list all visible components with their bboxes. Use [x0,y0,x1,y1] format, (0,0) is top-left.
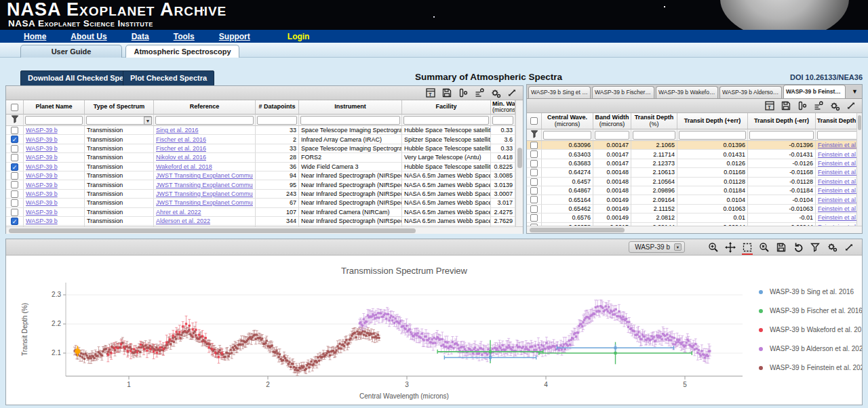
row-checkbox[interactable] [11,172,18,180]
reference-link[interactable]: Nikolov et al. 2016 [156,154,206,161]
tab-atmospheric-spectroscopy[interactable]: Atmospheric Spectroscopy [125,45,239,58]
reference-link[interactable]: Sing et al. 2016 [156,127,199,134]
reference-link[interactable]: Feinstein et al. 2022 [818,197,857,203]
nav-item-home[interactable]: Home [24,32,46,41]
row-checkbox[interactable] [530,196,538,203]
pan-icon[interactable] [724,241,736,253]
row-checkbox[interactable] [530,169,538,176]
row-checkbox[interactable] [11,145,18,152]
gears-icon[interactable] [490,87,501,98]
planet-link[interactable]: WASP-39 b [26,182,58,188]
nav-item-about-us[interactable]: About Us [71,32,106,41]
checkbox-cell[interactable] [6,180,24,189]
planet-link[interactable]: WASP-39 b [26,127,58,134]
filter-input[interactable] [817,131,857,140]
row-checkbox[interactable] [530,142,538,149]
table-text-icon[interactable]: T [764,100,775,111]
reference-link[interactable]: Feinstein et al. 2022 [818,142,857,148]
checkbox-cell[interactable] [527,150,542,159]
checkbox-cell[interactable] [6,126,24,135]
tab-overflow-icon[interactable]: ▼ [852,88,858,95]
nav-item-data[interactable]: Data [132,32,149,41]
filter-dropdown-icon[interactable]: ▼ [144,117,152,125]
spectrum-tab-0[interactable]: WASP-39 b Sing et al. ... [528,86,591,98]
spectrum-tab-2[interactable]: WASP-39 b Wakeford ... [656,86,718,98]
right-table-vertical-scrollbar[interactable] [856,113,862,226]
filter-input[interactable] [257,116,297,125]
row-checkbox[interactable] [11,190,18,198]
sort-info-icon[interactable] [813,100,824,111]
row-checkbox[interactable] [11,181,18,188]
right-table-horizontal-scrollbar[interactable] [527,226,862,233]
filter-input[interactable] [492,116,513,125]
checkbox-cell[interactable] [527,178,542,186]
filter-input[interactable] [749,131,814,140]
checkbox-cell[interactable] [527,141,542,150]
checkbox-cell[interactable] [527,159,542,168]
reference-link[interactable]: Feinstein et al. 2022 [818,151,857,158]
nav-item-tools[interactable]: Tools [174,32,195,41]
plot-checked-spectra-button[interactable]: Plot Checked Spectra [123,70,214,86]
zoom-in-icon[interactable] [707,241,719,253]
spectrum-tab-3[interactable]: WASP-39 b Alderson e... [719,86,782,98]
filter-input-type[interactable] [86,116,152,125]
filter-input[interactable] [403,116,489,125]
reference-link[interactable]: Feinstein et al. 2022 [818,214,857,221]
resize-icon[interactable] [507,87,517,98]
checkbox-cell[interactable] [527,168,542,177]
row-checkbox[interactable] [11,104,18,111]
row-checkbox[interactable] [11,199,18,207]
plot-target-select[interactable]: WASP-39 b ▾ [629,241,685,253]
select-all-checkbox-cell[interactable] [527,113,542,129]
spectrum-tab-4[interactable]: WASP-39 b Feinstein ... [783,85,846,98]
filter-input[interactable] [155,116,254,125]
filter-input[interactable] [633,131,675,140]
checkbox-cell[interactable] [6,199,24,207]
undo-icon[interactable] [792,241,804,253]
planet-link[interactable]: WASP-39 b [26,190,58,197]
reference-link[interactable]: JWST Transiting Exoplanet Communit [156,199,253,206]
reference-link[interactable]: Wakeford et al. 2018 [156,163,212,170]
reference-link[interactable]: JWST Transiting Exoplanet Communit [156,182,253,188]
row-checkbox[interactable] [530,214,538,222]
resize-icon[interactable] [846,100,856,111]
checkbox-cell[interactable] [527,195,542,204]
gears-icon[interactable] [829,100,840,111]
reference-link[interactable]: Feinstein et al. 2022 [818,205,857,212]
reference-link[interactable]: Feinstein et al. 2022 [818,169,857,176]
reference-link[interactable]: JWST Transiting Exoplanet Communit [156,190,253,197]
transmission-spectrum-chart[interactable]: 2.12.22.312345Transmission Spectrum Prev… [6,256,862,405]
resize-icon[interactable] [843,241,855,253]
filter-input[interactable] [25,116,83,125]
row-checkbox[interactable]: ✓ [11,136,18,143]
row-checkbox[interactable] [11,209,18,216]
column-slider-icon[interactable] [797,100,808,111]
checkbox-cell[interactable] [6,208,24,217]
reference-link[interactable]: Feinstein et al. 2022 [818,178,857,185]
left-table-vertical-scrollbar[interactable] [515,100,523,226]
planet-link[interactable]: WASP-39 b [26,172,58,179]
planet-link[interactable]: WASP-39 b [26,163,58,170]
reference-link[interactable]: Fischer et al. 2016 [156,145,206,152]
column-slider-icon[interactable] [458,87,469,98]
checkbox-cell[interactable]: ✓ [6,163,24,171]
table-text-icon[interactable]: T [425,87,436,98]
reference-link[interactable]: Alderson et al. 2022 [156,218,210,224]
nav-item-login[interactable]: Login [288,32,310,41]
filter-icon[interactable] [809,241,821,253]
spectrum-tab-1[interactable]: WASP-39 b Fischer et ... [592,86,654,98]
filter-input[interactable] [595,131,629,140]
planet-link[interactable]: WASP-39 b [26,209,58,216]
reference-link[interactable]: Feinstein et al. 2022 [818,187,857,194]
nav-item-support[interactable]: Support [219,32,250,41]
reference-link[interactable]: JWST Transiting Exoplanet Communit [156,172,253,179]
planet-link[interactable]: WASP-39 b [26,145,58,152]
row-checkbox[interactable]: ✓ [11,163,18,171]
checkbox-cell[interactable] [6,153,24,162]
filter-input[interactable] [679,131,746,140]
planet-link[interactable]: WASP-39 b [26,136,58,143]
row-checkbox[interactable] [530,150,538,158]
gears-icon[interactable] [826,241,838,253]
reference-link[interactable]: Feinstein et al. 2022 [818,160,857,167]
checkbox-cell[interactable] [527,205,542,213]
